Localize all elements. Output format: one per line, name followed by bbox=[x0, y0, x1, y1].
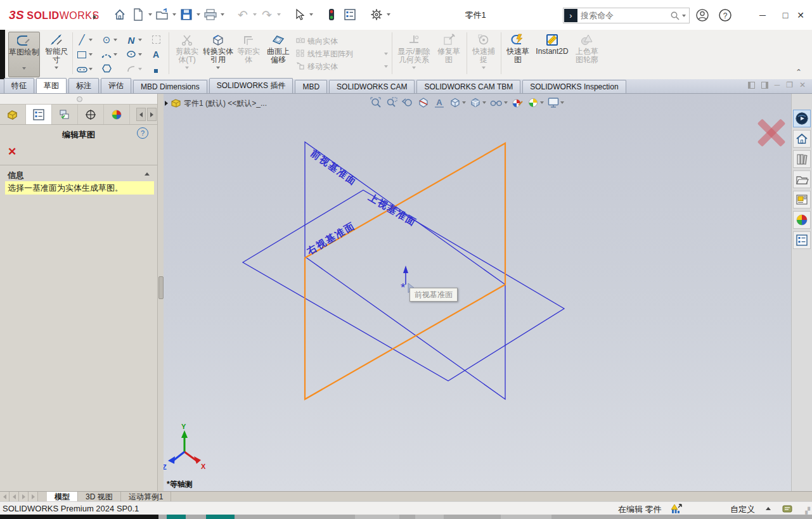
tab-sketch[interactable]: 草图 bbox=[36, 78, 67, 93]
section-view-icon[interactable] bbox=[417, 96, 430, 110]
view-orientation-icon[interactable] bbox=[449, 96, 466, 110]
zoom-to-area-icon[interactable] bbox=[385, 96, 398, 110]
graphics-viewport[interactable]: 前视基准面 上视基准面 右视基准面 * Y X Z bbox=[164, 94, 791, 491]
tab-3d-views[interactable]: 3D 视图 bbox=[78, 492, 121, 502]
panel-tabs-scroll-left-icon[interactable] bbox=[136, 108, 146, 121]
options-dropdown-icon[interactable] bbox=[387, 13, 390, 16]
minimize-icon[interactable]: ─ bbox=[754, 8, 771, 23]
info-collapse-icon[interactable] bbox=[145, 172, 150, 176]
ellipse-dropdown-icon[interactable] bbox=[138, 53, 142, 56]
save-dropdown-icon[interactable] bbox=[197, 13, 200, 16]
pane-close-icon[interactable]: ✕ bbox=[799, 82, 806, 89]
panel-cancel-icon[interactable]: ✕ bbox=[8, 147, 16, 157]
print-icon[interactable] bbox=[202, 6, 219, 23]
polygon-tool[interactable] bbox=[100, 62, 124, 76]
close-icon[interactable]: ✕ bbox=[792, 8, 809, 23]
magnifier-icon[interactable] bbox=[670, 11, 680, 21]
convert-entities-button[interactable]: 转换实体引用 bbox=[203, 32, 233, 76]
surface-offset-button[interactable]: 曲面上偏移 bbox=[264, 32, 293, 76]
circle-tool[interactable]: ⊙ bbox=[100, 33, 124, 47]
file-explorer-icon[interactable] bbox=[793, 170, 811, 188]
customize-expand-icon[interactable] bbox=[766, 507, 771, 510]
tab-cam-tbm[interactable]: SOLIDWORKS CAM TBM bbox=[416, 80, 520, 93]
circle-dropdown-icon[interactable] bbox=[113, 39, 117, 41]
rapid-sketch-button[interactable]: 快速草图 bbox=[504, 32, 532, 76]
tab-cam[interactable]: SOLIDWORKS CAM bbox=[329, 80, 415, 93]
interference-light-icon[interactable] bbox=[323, 6, 340, 23]
view-settings-dropdown-icon[interactable] bbox=[560, 101, 564, 104]
tab-evaluate[interactable]: 评估 bbox=[101, 78, 131, 93]
options-gear-icon[interactable] bbox=[368, 6, 385, 23]
appearances-icon[interactable] bbox=[793, 211, 811, 229]
point-tool[interactable] bbox=[149, 62, 174, 76]
convert-dropdown-icon[interactable] bbox=[216, 67, 220, 69]
edit-appearance-icon[interactable] bbox=[511, 96, 524, 110]
display-style-icon[interactable] bbox=[469, 96, 486, 110]
threedexperience-icon[interactable] bbox=[793, 110, 811, 127]
hide-show-items-icon[interactable] bbox=[489, 96, 508, 110]
tab-inspection[interactable]: SOLIDWORKS Inspection bbox=[522, 80, 626, 93]
search-dropdown-icon[interactable] bbox=[682, 15, 686, 17]
maximize-icon[interactable]: □ bbox=[777, 8, 794, 23]
smart-dimension-dropdown-icon[interactable] bbox=[55, 67, 58, 69]
propertymanager-icon[interactable] bbox=[26, 105, 52, 124]
zoom-to-fit-icon[interactable] bbox=[370, 96, 382, 110]
view-palette-icon[interactable] bbox=[793, 191, 811, 208]
feature-tree-flyout[interactable]: 零件1 (默认) <<默认>_... bbox=[164, 97, 267, 110]
tab-motion-study[interactable]: 运动算例1 bbox=[121, 492, 172, 502]
search-input[interactable] bbox=[578, 11, 670, 20]
featuremanager-tree-icon[interactable] bbox=[0, 105, 26, 124]
view-orientation-dropdown-icon[interactable] bbox=[462, 101, 466, 104]
configurationmanager-icon[interactable] bbox=[52, 105, 78, 124]
arc-tool[interactable] bbox=[100, 48, 124, 61]
display-style-dropdown-icon[interactable] bbox=[482, 101, 486, 104]
sketch-dropdown-icon[interactable] bbox=[22, 67, 26, 70]
confirmation-corner-cancel-icon[interactable] bbox=[756, 117, 787, 148]
user-account-icon[interactable] bbox=[694, 8, 711, 23]
customize-status-text[interactable]: 自定义 bbox=[730, 504, 755, 515]
new-document-icon[interactable] bbox=[130, 6, 146, 23]
apply-scene-dropdown-icon[interactable] bbox=[540, 101, 544, 104]
dock-left-icon[interactable] bbox=[748, 82, 755, 89]
previous-view-icon[interactable] bbox=[401, 96, 414, 110]
rectangle-tool[interactable] bbox=[75, 48, 100, 61]
help-icon[interactable]: ? bbox=[717, 8, 733, 23]
spline-dropdown-icon[interactable] bbox=[138, 39, 142, 41]
logo-flyout-arrow-icon[interactable] bbox=[93, 11, 96, 22]
home-icon[interactable] bbox=[112, 6, 128, 23]
rectangle-dropdown-icon[interactable] bbox=[89, 53, 93, 56]
tab-features[interactable]: 特征 bbox=[4, 78, 34, 93]
print-dropdown-icon[interactable] bbox=[221, 13, 224, 16]
splitter-handle[interactable] bbox=[158, 276, 164, 299]
pane-minimize-icon[interactable]: ─ bbox=[775, 82, 780, 89]
text-tool[interactable]: A bbox=[149, 48, 174, 61]
instant2d-button[interactable]: Instant2D bbox=[534, 32, 570, 76]
ribbon-collapse-icon[interactable]: ⌃ bbox=[796, 68, 802, 77]
select-cursor-icon[interactable] bbox=[291, 6, 307, 23]
line-tool[interactable]: ╱ bbox=[75, 33, 100, 47]
panel-splitter-strip[interactable] bbox=[0, 94, 157, 105]
tab-mbd[interactable]: MBD bbox=[295, 80, 327, 93]
resize-grip[interactable]: ▞ bbox=[805, 507, 811, 514]
arc-dropdown-icon[interactable] bbox=[113, 53, 117, 56]
panel-splitter-knob[interactable] bbox=[77, 96, 82, 102]
panel-help-icon[interactable]: ? bbox=[137, 127, 148, 139]
design-library-icon[interactable] bbox=[793, 150, 811, 168]
line-dropdown-icon[interactable] bbox=[89, 39, 93, 41]
tab-model[interactable]: 模型 bbox=[47, 492, 78, 502]
panel-tabs-scroll-right-icon[interactable] bbox=[147, 108, 157, 121]
save-icon[interactable] bbox=[178, 6, 195, 23]
open-icon[interactable] bbox=[154, 6, 171, 23]
smart-dimension-button[interactable]: 智能尺寸 bbox=[42, 32, 71, 76]
sketch-button[interactable]: 草图绘制 bbox=[8, 32, 40, 77]
dimxpertmanager-icon[interactable] bbox=[78, 105, 104, 124]
tree-expand-icon[interactable] bbox=[165, 101, 168, 106]
slot-tool[interactable] bbox=[75, 62, 100, 76]
slot-dropdown-icon[interactable] bbox=[89, 68, 93, 70]
spline-tool[interactable]: N bbox=[124, 33, 149, 47]
custom-properties-icon[interactable] bbox=[793, 231, 811, 249]
tag-icon[interactable] bbox=[782, 504, 792, 515]
displaymanager-icon[interactable] bbox=[104, 105, 130, 124]
select-dropdown-icon[interactable] bbox=[309, 13, 313, 16]
apply-scene-icon[interactable] bbox=[527, 96, 544, 110]
